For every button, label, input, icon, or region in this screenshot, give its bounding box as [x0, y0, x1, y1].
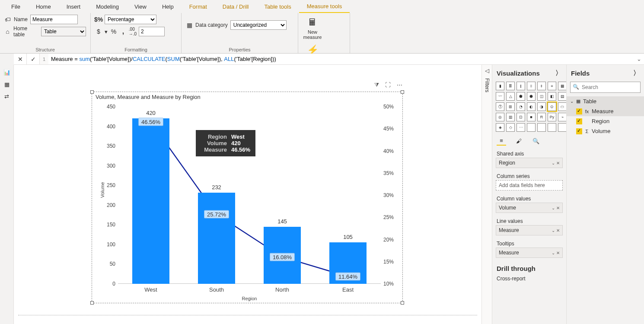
formula-editor[interactable]: Measure = sum('Table'[Volume])/CALCULATE…: [48, 54, 634, 64]
field-volume[interactable]: ΣVolume: [567, 126, 644, 136]
checkbox[interactable]: [576, 128, 582, 134]
well-shared-axis[interactable]: Region⌄ ✕: [496, 158, 563, 168]
viz-type-34[interactable]: [558, 123, 567, 132]
fields-tab[interactable]: ≡: [497, 136, 506, 146]
resize-handle[interactable]: [401, 90, 404, 94]
resize-handle[interactable]: [90, 90, 94, 94]
viz-type-24[interactable]: ■: [527, 113, 536, 121]
viz-type-12[interactable]: ◧: [548, 92, 556, 101]
viz-type-15[interactable]: ⊞: [506, 102, 515, 111]
viz-type-7[interactable]: 〰: [496, 92, 504, 101]
viz-type-19[interactable]: ⊙: [548, 102, 556, 111]
viz-type-33[interactable]: [548, 123, 556, 132]
viz-type-16[interactable]: ◔: [516, 102, 525, 111]
menu-measure-tools[interactable]: Measure tools: [299, 0, 350, 13]
data-view-button[interactable]: ▦: [2, 79, 12, 89]
well-tooltips[interactable]: Measure⌄ ✕: [496, 248, 563, 258]
well-column-series[interactable]: Add data fields here: [496, 180, 563, 191]
filter-icon[interactable]: ⧩: [374, 82, 379, 89]
menu-help[interactable]: Help: [154, 0, 182, 13]
expand-filters-icon[interactable]: ◁: [485, 67, 489, 74]
viz-type-4[interactable]: ⫵: [537, 82, 546, 90]
percent-button[interactable]: %: [110, 28, 117, 35]
menu-home[interactable]: Home: [28, 0, 59, 13]
format-tab[interactable]: 🖌: [514, 136, 523, 146]
chevron-down-icon: ⌄: [570, 99, 574, 104]
formula-commit-button[interactable]: ✓: [27, 54, 40, 64]
viz-type-29[interactable]: ◇: [506, 123, 515, 132]
well-label-columnvalues: Column values: [492, 193, 566, 203]
category-label: South: [209, 286, 224, 293]
format-select[interactable]: Percentage: [105, 15, 156, 24]
category-icon: ▦: [186, 22, 193, 29]
viz-type-14[interactable]: Ⓣ: [496, 102, 504, 111]
viz-type-10[interactable]: ⬢: [527, 92, 536, 101]
data-category-select[interactable]: Uncategorized: [230, 20, 287, 30]
viz-type-9[interactable]: ⬟: [516, 92, 525, 101]
viz-type-23[interactable]: ⊡: [516, 113, 525, 121]
filters-label: Filters: [484, 78, 490, 92]
menu-table-tools[interactable]: Table tools: [256, 0, 299, 13]
viz-type-18[interactable]: ◑: [537, 102, 546, 111]
thousands-button[interactable]: ,: [120, 28, 127, 35]
model-view-button[interactable]: ⇄: [2, 92, 12, 101]
viz-type-3[interactable]: ⫴: [527, 82, 536, 90]
viz-type-22[interactable]: ▥: [506, 113, 515, 121]
chart-visual[interactable]: ⧩ ⛶ ⋯ Volume, Measure and Measure by Reg…: [92, 92, 403, 303]
fields-table-node[interactable]: ⌄ ▦ Table: [567, 96, 644, 106]
field-region[interactable]: Region: [567, 116, 644, 126]
viz-type-0[interactable]: ▮: [496, 82, 504, 90]
y-tick: 100: [107, 241, 118, 248]
checkbox[interactable]: [576, 118, 582, 124]
fields-search-input[interactable]: [570, 82, 641, 93]
viz-type-25[interactable]: R: [537, 113, 546, 121]
line-value-label: 11.64%: [335, 273, 360, 281]
menu-data-drill[interactable]: Data / Drill: [215, 0, 257, 13]
bar-west[interactable]: [132, 118, 169, 284]
menu-view[interactable]: View: [127, 0, 154, 13]
viz-type-26[interactable]: Py: [548, 113, 556, 121]
viz-type-1[interactable]: ≣: [506, 82, 515, 90]
formula-cancel-button[interactable]: ✕: [14, 54, 27, 64]
viz-type-5[interactable]: ≡: [548, 82, 556, 90]
viz-type-32[interactable]: [537, 123, 546, 132]
analytics-tab[interactable]: 🔍: [531, 136, 541, 146]
collapse-fields-icon[interactable]: 〉: [633, 69, 640, 77]
viz-type-21[interactable]: ◎: [496, 113, 504, 121]
viz-type-20[interactable]: ⬭: [558, 102, 567, 111]
bar-south[interactable]: [198, 193, 235, 284]
decimals-input[interactable]: [139, 27, 165, 36]
viz-type-8[interactable]: △: [506, 92, 515, 101]
report-canvas[interactable]: ⧩ ⛶ ⋯ Volume, Measure and Measure by Reg…: [14, 65, 481, 324]
menu-insert[interactable]: Insert: [59, 0, 89, 13]
more-icon[interactable]: ⋯: [397, 82, 402, 89]
well-line-values[interactable]: Measure⌄ ✕: [496, 225, 563, 235]
field-measure[interactable]: fxMeasure: [567, 106, 644, 116]
y-tick: 200: [107, 202, 118, 208]
home-table-select[interactable]: Table: [41, 27, 86, 36]
formula-expand-button[interactable]: ⌄: [634, 54, 644, 64]
report-view-button[interactable]: 📊: [2, 67, 12, 77]
viz-type-6[interactable]: ▦: [558, 82, 567, 90]
currency-button[interactable]: $: [95, 28, 102, 35]
menu-file[interactable]: File: [3, 0, 28, 13]
menu-format[interactable]: Format: [182, 0, 215, 13]
new-measure-button[interactable]: 🖩 New measure: [303, 15, 322, 40]
home-table-icon: ⌂: [4, 28, 11, 35]
viz-type-17[interactable]: ◐: [527, 102, 536, 111]
viz-type-13[interactable]: ▤: [558, 92, 567, 101]
viz-type-30[interactable]: ⋯: [516, 123, 525, 132]
well-column-values[interactable]: Volume⌄ ✕: [496, 203, 563, 213]
filters-pane-collapsed[interactable]: ◁ Filters: [481, 65, 492, 324]
viz-type-31[interactable]: [527, 123, 536, 132]
viz-type-2[interactable]: ⫿: [516, 82, 525, 90]
viz-type-11[interactable]: ◫: [537, 92, 546, 101]
focus-icon[interactable]: ⛶: [385, 82, 391, 89]
menu-modeling[interactable]: Modeling: [88, 0, 127, 13]
line-value-label: 25.72%: [204, 210, 229, 218]
viz-type-28[interactable]: ◈: [496, 123, 504, 132]
viz-type-27[interactable]: ⌁: [558, 113, 567, 121]
collapse-viz-icon[interactable]: 〉: [555, 69, 562, 77]
checkbox[interactable]: [576, 108, 582, 114]
measure-name-input[interactable]: [30, 15, 78, 24]
